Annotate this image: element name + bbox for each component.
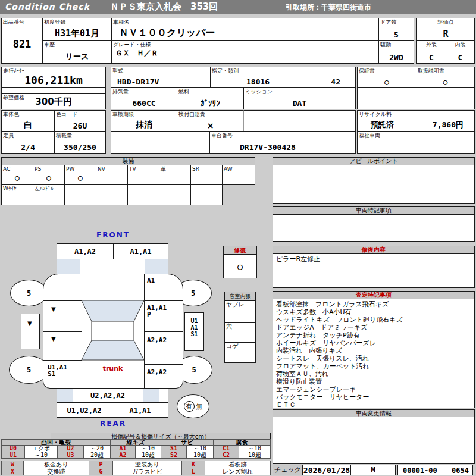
vin-label: 車台番号 — [211, 133, 233, 139]
displacement-label: 排気量 — [112, 89, 129, 95]
assessment-title: 査定特記事項 — [273, 291, 475, 299]
legend-code-cell: C2 — [213, 452, 239, 459]
right-front-door-code-2: P — [147, 311, 167, 318]
lot-number-value: 821 — [2, 38, 42, 50]
left-slide-door-mark: ▼ — [51, 336, 56, 342]
interior-grade-label: 内装 — [446, 42, 474, 48]
assessment-body: 看板部塗抹 フロントガラス飛石キズウスキズ多数 小A小U有ヘッドライトキズ フロ… — [273, 299, 475, 408]
equipment2-cell — [64, 184, 96, 205]
right-step-codes: U1 A1 S1 — [185, 318, 203, 337]
legend-size-cell: 10超 — [239, 452, 271, 459]
rear-glass-corner-left — [57, 389, 73, 402]
drive-cell: 駆動 2WD — [378, 40, 414, 64]
fuel-label: 燃料 — [178, 89, 189, 95]
auction-title: ＮＰＳ東京入札会 353回 — [110, 1, 218, 12]
front-glass-corner-right — [145, 259, 168, 274]
left-front-door-mark: ▼ — [51, 306, 56, 312]
transmission-label: ミッション — [245, 89, 273, 95]
inspection-value: 抹消 — [111, 120, 177, 130]
legend-code-cell: A2 — [110, 452, 136, 459]
equipment-label: PW — [66, 166, 74, 172]
lot-number-cell: 出品番号 821 — [1, 18, 43, 64]
equipment-label: PS — [35, 166, 41, 172]
right-step-code: U1 — [185, 318, 203, 324]
spare-tire-yes: 有 — [184, 401, 195, 412]
equipment-cell-ps: PS ○ — [33, 165, 65, 185]
check-label-cell: チェック — [273, 465, 303, 475]
capacity-label: 定員 — [3, 133, 14, 139]
equipment2-cell — [159, 184, 191, 205]
legend-desc-cell: 交換跡 — [23, 468, 89, 475]
equipment2-label: 左ﾊﾝﾄﾞﾙ — [35, 186, 54, 192]
first-registration-value: H31年01月 — [43, 28, 111, 39]
left-quarter-code: U1,A1 S1 — [48, 364, 67, 377]
check-mark-cell: M — [350, 465, 396, 475]
repair-flag-title: 修復 — [223, 246, 257, 255]
equipment-cell-tv: TV — [127, 165, 159, 185]
right-quarter-code: A2,A2 — [147, 369, 167, 375]
inspection-cell: 車検期限 抹消 — [111, 110, 177, 132]
repair-content-title: 修復内容 — [273, 246, 475, 254]
cabin-interior-cell-hole: 穴 — [224, 322, 256, 343]
insurance-label: 検付自賠責 — [178, 111, 205, 117]
odometer-value: 106,211km — [2, 74, 105, 86]
manual-label: 取扱説明書 — [418, 68, 444, 74]
equipment-cell-aw: AW — [222, 165, 255, 185]
legend-desc-cell: レンズ割れ — [205, 468, 271, 475]
legend-code-cell: S2 — [161, 452, 187, 459]
spare-tire-no: 無 — [196, 402, 203, 411]
model-name-cell: 車種名 ＮＶ１００クリッパー — [111, 18, 379, 41]
body-color-value: 白 — [2, 120, 54, 130]
drive-value: 2WD — [379, 53, 414, 62]
vin-cell: 車台番号 DR17V-300428 — [209, 131, 356, 154]
right-slide-door-code: A2,A2 — [147, 337, 167, 343]
exterior-grade-value: C — [417, 53, 446, 62]
model-code-value: HBD-DR17V — [117, 77, 210, 86]
odometer-label: 走行ﾒｰﾀｰ — [3, 68, 24, 74]
fuel-value: ｶﾞｿﾘﾝ — [177, 99, 243, 108]
appeal-title: アピールポイント — [273, 157, 475, 165]
cabin-interior-cell-tear: ヤブレ — [224, 300, 256, 323]
rear-bumper-left-code: U1,U2,A2 — [57, 403, 112, 418]
right-step-code: S1 — [185, 331, 203, 337]
vin-value: DR17V-300428 — [240, 143, 355, 152]
warranty-cell: 保証書 ○ — [357, 67, 416, 88]
equipment-label: AC — [3, 166, 10, 172]
equipment-value: ○ — [33, 173, 64, 182]
model-code-label: 型式 — [112, 68, 123, 74]
rear-glass-corner-right — [143, 389, 159, 402]
class-no1: 18016 — [246, 77, 270, 86]
equipment2-cell: Wﾀｲﾔ — [1, 184, 33, 205]
warranty-blank-cell — [357, 87, 416, 109]
welfare-label: 福祉車両 — [359, 133, 380, 139]
load-capacity-label: 積載量 — [56, 133, 72, 139]
class-label: 指定・類別 — [212, 68, 239, 74]
model-name-label: 車種名 — [113, 19, 129, 25]
check-date-cell: 2026/01/28 — [302, 465, 351, 475]
transmission-value: DAT — [244, 99, 355, 108]
class-no2: 42 — [331, 77, 340, 86]
rear-bumper-right-code: A1,A1 — [112, 403, 168, 418]
spare-tire-ellipse: 有 無 — [177, 394, 209, 418]
row-c-blank-cell-2 — [111, 131, 210, 154]
right-step-code: A1 — [185, 324, 203, 331]
legend-code-cell: U3 — [57, 452, 84, 459]
equipment-cell-sr: SR — [190, 165, 223, 185]
rear-panel-code: U2,A2,A2 — [73, 388, 143, 403]
front-glass-corner-left — [57, 259, 80, 274]
right-step-box: U1 A1 S1 — [184, 312, 204, 351]
insurance-value: × — [177, 121, 243, 130]
color-code-value: 26U — [55, 121, 105, 130]
vehicle-notes-title: 車両特記事項 — [273, 206, 475, 215]
equipment-value: ○ — [65, 173, 96, 182]
fuel-cell: 燃料 ｶﾞｿﾘﾝ — [177, 87, 244, 109]
equipment-label: AW — [224, 166, 233, 172]
cabin-interior-title: 客室内張 — [224, 292, 256, 301]
appeal-body — [273, 165, 475, 204]
tire-front-left: 5 — [10, 280, 48, 306]
legend-size-cell: 10超 — [135, 452, 161, 459]
equipment2-cell — [190, 184, 223, 205]
score-value: R — [417, 29, 474, 39]
score-label: 評価点 — [417, 19, 474, 25]
doors-cell: ドア数 5 — [378, 18, 414, 41]
